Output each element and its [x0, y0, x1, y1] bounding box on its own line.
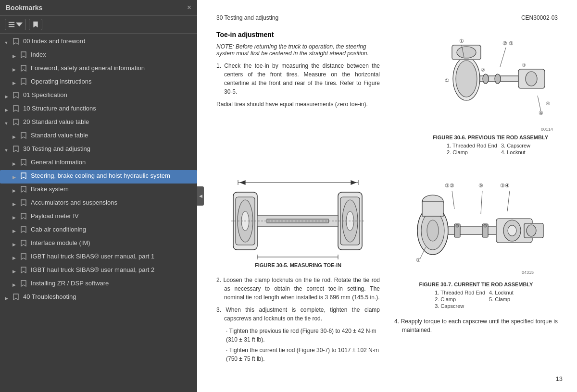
fig7-legend-1b: 4. Locknut — [489, 289, 517, 296]
sidebar-label-20-standard: 20 Standard value table — [23, 118, 195, 126]
svg-line-18 — [538, 96, 541, 111]
sidebar-label-interface-module: Interface module (IM) — [31, 239, 195, 247]
fig6-legend-1b: 3. Capscrew — [501, 142, 534, 149]
expander-brake-system[interactable] — [10, 186, 18, 196]
svg-marker-3 — [16, 23, 23, 26]
expander-igbt-part2[interactable] — [10, 267, 18, 276]
sidebar-item-general-information[interactable]: General information — [0, 157, 197, 170]
bullet-text-1: Tighten the previous tie rod (Figure 30-… — [226, 328, 376, 343]
expander-30-testing[interactable] — [2, 146, 11, 155]
sidebar-label-01-specification: 01 Specification — [23, 91, 195, 99]
bookmark-icon-00-index-foreword — [13, 38, 21, 45]
sidebar-item-installing-zr[interactable]: Installing ZR / DSP software — [0, 278, 197, 291]
sidebar-item-00-index-foreword[interactable]: 00 Index and foreword — [0, 36, 197, 49]
sidebar-item-index[interactable]: Index — [0, 49, 197, 62]
sidebar-item-01-specification[interactable]: 01 Specification — [0, 89, 197, 103]
fig6-legend: 1. Threaded Rod End 3. Capscrew 2. Clamp… — [423, 142, 558, 156]
svg-point-56 — [484, 224, 487, 227]
expander-01-specification[interactable] — [2, 92, 11, 101]
svg-marker-27 — [351, 181, 356, 184]
expander-standard-value-table[interactable] — [10, 132, 18, 142]
main-content: 30 Testing and adjusting CEN30002-03 Toe… — [197, 0, 577, 392]
expander-00-index-foreword[interactable] — [2, 38, 11, 48]
close-button[interactable]: × — [187, 4, 191, 12]
svg-text:①: ① — [459, 38, 464, 44]
sidebar-title: Bookmarks — [6, 4, 42, 12]
expander-index[interactable] — [10, 51, 18, 61]
page-number: 13 — [556, 375, 563, 382]
expander-accumulators[interactable] — [10, 199, 18, 209]
bottom-left: FIGURE 30-5. MEASURING TOE-IN 2. Loosen … — [216, 173, 380, 365]
figure-7-svg: ① ③② ⑤ ③④ 04315 — [406, 173, 546, 279]
bookmark-button[interactable] — [29, 19, 42, 30]
sidebar-item-interface-module[interactable]: Interface module (IM) — [0, 237, 197, 251]
sidebar-item-10-structure[interactable]: 10 Structure and functions — [0, 103, 197, 116]
sidebar-label-00-index-foreword: 00 Index and foreword — [23, 37, 195, 46]
bookmark-icon-index — [21, 51, 28, 58]
sidebar-item-accumulators[interactable]: Accumulators and suspensions — [0, 197, 197, 210]
svg-text:⑤: ⑤ — [478, 183, 483, 188]
expander-payload-meter[interactable] — [10, 213, 18, 222]
collapse-sidebar-button[interactable] — [197, 186, 204, 206]
sidebar-item-cab-air[interactable]: Cab air conditioning — [0, 224, 197, 237]
paragraph-2: 2. Loosen the clamp locknuts on the tie … — [216, 276, 380, 302]
sidebar-item-40-troubleshooting[interactable]: 40 Troubleshooting — [0, 291, 197, 305]
sidebar-label-index: Index — [31, 50, 195, 59]
bookmark-icon-interface-module — [21, 240, 28, 246]
sidebar-label-igbt-part1: IGBT haul truck SIBAS® user manual, part… — [31, 252, 195, 261]
paragraph-1b: Radial tires should have equal measureme… — [216, 100, 380, 109]
svg-text:③④: ③④ — [500, 183, 510, 188]
sidebar-item-standard-value-table[interactable]: Standard value table — [0, 130, 197, 143]
bookmark-icon-30-testing — [13, 146, 21, 152]
expander-igbt-part1[interactable] — [10, 253, 18, 263]
svg-line-62 — [452, 191, 454, 209]
bullet-2: · Tighten the current tie rod (Figure 30… — [216, 346, 380, 363]
fig6-legend-1a: 1. Threaded Rod End — [447, 142, 501, 149]
bookmark-icon-payload-meter — [21, 213, 28, 220]
expander-steering-brake[interactable] — [10, 172, 18, 182]
sidebar-label-foreword: Foreword, safety and general information — [31, 64, 195, 73]
paragraph-4: 4. Reapply torque to each capscrew until… — [394, 317, 558, 334]
expander-operating-instructions[interactable] — [10, 78, 18, 88]
doc-note: NOTE: Before returning the truck to oper… — [216, 43, 380, 57]
sidebar-item-operating-instructions[interactable]: Operating instructions — [0, 76, 197, 89]
expander-20-standard[interactable] — [2, 119, 11, 128]
expander-foreword[interactable] — [10, 65, 18, 74]
figure-6-box: ① ② ③ ④ ① ② ③ ④ 00114 FIGURE 30-6. PREVI… — [423, 31, 558, 156]
sidebar-item-foreword[interactable]: Foreword, safety and general information — [0, 62, 197, 76]
bookmark-icon-operating-instructions — [21, 78, 28, 85]
fig7-caption: FIGURE 30-7. CURRENT TIE ROD ASSEMBLY — [394, 282, 558, 287]
sidebar-label-accumulators: Accumulators and suspensions — [31, 198, 195, 207]
bookmark-icon-accumulators — [21, 199, 28, 206]
svg-point-9 — [483, 74, 489, 84]
sidebar-label-payload-meter: Payload meter IV — [31, 212, 195, 220]
expander-10-structure[interactable] — [2, 105, 11, 115]
svg-point-55 — [456, 224, 459, 227]
svg-point-50 — [508, 225, 516, 236]
bookmark-icon-40-troubleshooting — [13, 294, 21, 300]
expander-40-troubleshooting[interactable] — [2, 294, 11, 303]
figure-7-box: ① ③② ⑤ ③④ 04315 FIGURE 30-7. CURRENT TIE… — [394, 173, 558, 309]
sidebar-label-igbt-part2: IGBT haul truck SIBAS® user manual, part… — [31, 266, 195, 274]
sidebar-item-igbt-part2[interactable]: IGBT haul truck SIBAS® user manual, part… — [0, 264, 197, 278]
bookmark-icon-10-structure — [13, 105, 21, 112]
fig5-caption: FIGURE 30-5. MEASURING TOE-IN — [216, 262, 380, 268]
expander-general-information[interactable] — [10, 159, 18, 169]
sidebar-item-30-testing[interactable]: 30 Testing and adjusting — [0, 143, 197, 157]
sidebar-item-20-standard[interactable]: 20 Standard value table — [0, 116, 197, 130]
view-options-button[interactable] — [5, 19, 26, 30]
svg-line-17 — [500, 48, 506, 67]
sidebar-item-igbt-part1[interactable]: IGBT haul truck SIBAS® user manual, part… — [0, 251, 197, 264]
expander-cab-air[interactable] — [10, 226, 18, 236]
sidebar-item-steering-brake[interactable]: Steering, brake cooling and hoist hydrau… — [0, 170, 197, 184]
sidebar-item-payload-meter[interactable]: Payload meter IV — [0, 210, 197, 224]
expander-installing-zr[interactable] — [10, 280, 18, 290]
bookmark-icon-standard-value-table — [21, 132, 28, 139]
expander-interface-module[interactable] — [10, 240, 18, 249]
sidebar: Bookmarks × 00 Index and forewordIndexFo… — [0, 0, 197, 392]
paragraph-1: 1. Check the toe-in by measuring the dis… — [216, 61, 380, 96]
sidebar-label-standard-value-table: Standard value table — [31, 131, 195, 140]
svg-marker-26 — [240, 181, 245, 184]
svg-point-44 — [427, 220, 439, 241]
sidebar-item-brake-system[interactable]: Brake system — [0, 184, 197, 197]
